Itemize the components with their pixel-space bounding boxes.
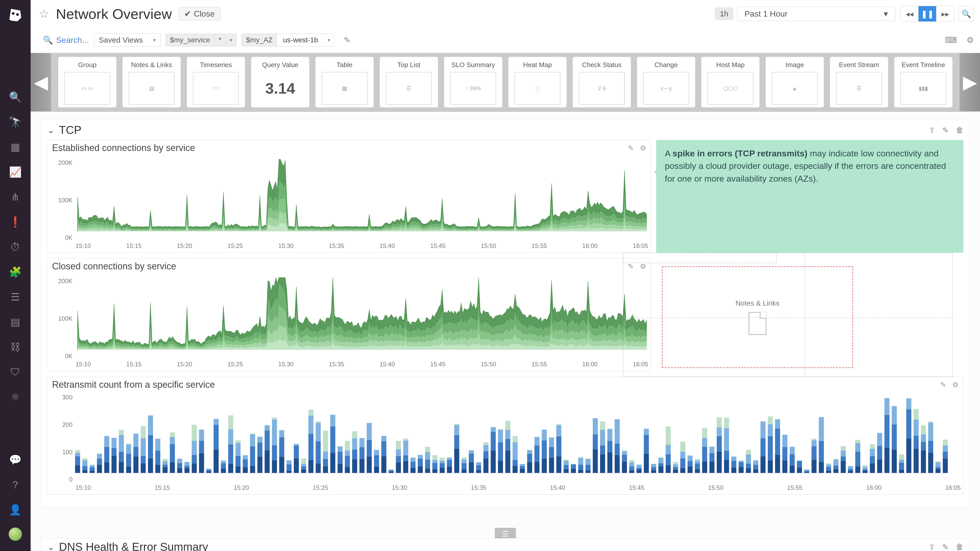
palette-table[interactable]: Table▦ — [315, 57, 374, 108]
pencil-icon[interactable]: ✎ — [942, 126, 948, 135]
svg-rect-362 — [819, 441, 824, 462]
svg-rect-402 — [899, 462, 904, 469]
pencil-icon[interactable]: ✎ — [628, 262, 634, 271]
svg-rect-47 — [162, 465, 168, 467]
user-icon[interactable]: 👤 — [8, 503, 22, 517]
svg-rect-39 — [141, 426, 146, 438]
palette-item-label: Top List — [397, 61, 420, 69]
alert-icon[interactable]: ❗ — [8, 215, 22, 229]
svg-rect-323 — [732, 461, 737, 468]
ytick: 0K — [49, 353, 73, 360]
palette-heatmap[interactable]: Heat Map░ — [508, 57, 567, 108]
svg-rect-398 — [892, 449, 897, 473]
palette-queryvalue[interactable]: Query Value3.14 — [251, 57, 310, 108]
saved-views-dropdown[interactable]: Saved Views ▾ — [94, 33, 161, 47]
atom-icon[interactable]: ⚛ — [8, 390, 22, 404]
svg-rect-245 — [578, 465, 584, 470]
close-button[interactable]: ✔ Close — [178, 7, 221, 21]
export-icon[interactable]: ⇪ — [929, 126, 935, 135]
star-icon[interactable]: ☆ — [39, 7, 49, 21]
palette-timeseries[interactable]: Timeseries〰︎ — [186, 57, 245, 108]
time-back-button[interactable]: ◂◂ — [900, 6, 918, 21]
palette-notes[interactable]: Notes & Links▤ — [122, 57, 181, 108]
palette-scroll-right[interactable]: ▶ — [959, 53, 980, 111]
svg-rect-120 — [316, 441, 321, 464]
palette-image[interactable]: Image▲ — [765, 57, 824, 108]
pencil-icon[interactable]: ✎ — [940, 381, 946, 389]
binoculars-icon[interactable]: 🔭 — [8, 115, 22, 129]
zoom-button[interactable]: 🔍 — [959, 6, 974, 21]
shield-icon[interactable]: 🛡 — [8, 365, 22, 379]
trash-icon[interactable]: 🗑 — [956, 543, 963, 551]
svg-rect-238 — [563, 465, 569, 469]
svg-rect-243 — [571, 464, 576, 465]
palette-group[interactable]: Group▭ ▭ — [58, 57, 117, 108]
puzzle-icon[interactable]: 🧩 — [8, 265, 22, 279]
gear-icon[interactable]: ⚙ — [640, 144, 646, 152]
list-icon[interactable]: ☰ — [8, 290, 22, 304]
palette-checkstatus[interactable]: Check Status2 9 — [573, 57, 631, 108]
svg-rect-314 — [717, 451, 722, 473]
svg-rect-384 — [862, 470, 868, 473]
time-quick-chip[interactable]: 1h — [715, 7, 733, 20]
gear-icon[interactable]: ⚙ — [952, 381, 959, 389]
search-icon[interactable]: 🔍 — [8, 90, 22, 104]
avatar[interactable] — [9, 527, 22, 541]
svg-rect-285 — [659, 458, 663, 463]
gear-icon[interactable]: ⚙ — [966, 35, 974, 45]
pencil-icon[interactable]: ✎ — [344, 35, 351, 45]
chevron-down-icon[interactable]: ⌄ — [47, 542, 54, 551]
svg-rect-421 — [935, 467, 941, 469]
collapse-handle-icon[interactable]: ☰ — [495, 528, 516, 538]
book-icon[interactable]: ▤ — [8, 315, 22, 329]
time-range-dropdown[interactable]: Past 1 Hour ▾ — [737, 6, 895, 21]
svg-rect-374 — [841, 451, 846, 456]
svg-rect-424 — [943, 458, 948, 473]
svg-rect-55 — [177, 463, 182, 468]
gauge-icon[interactable]: ⏱ — [8, 240, 22, 254]
var-az-selector[interactable]: $my_AZ us-west-1b ▾ — [242, 34, 334, 46]
svg-rect-407 — [906, 399, 912, 410]
svg-rect-4 — [75, 456, 80, 465]
drop-target-notes[interactable]: Notes & Links — [662, 266, 853, 368]
svg-rect-41 — [148, 435, 153, 458]
nodes-icon[interactable]: ⋔ — [8, 190, 22, 204]
infra-icon[interactable]: ⛓ — [8, 340, 22, 354]
dashboard-icon[interactable]: ▦ — [8, 140, 22, 154]
time-forward-button[interactable]: ▸▸ — [936, 6, 954, 21]
keyboard-icon[interactable]: ⌨ — [945, 35, 957, 45]
palette-eventtimeline[interactable]: Event Timeline▮▮▮ — [894, 57, 953, 108]
svg-rect-205 — [491, 432, 496, 451]
svg-rect-425 — [943, 451, 948, 458]
svg-rect-207 — [498, 461, 503, 473]
svg-rect-312 — [710, 453, 714, 462]
palette-toplist[interactable]: Top List☰ — [380, 57, 438, 108]
svg-rect-153 — [389, 472, 394, 473]
palette-change[interactable]: Changex↔y — [637, 57, 695, 108]
var-service-selector[interactable]: $my_service * ▾ — [165, 34, 237, 46]
export-icon[interactable]: ⇪ — [929, 543, 935, 551]
area-chart-icon[interactable]: 📈 — [8, 165, 22, 179]
chevron-down-icon[interactable]: ⌄ — [47, 125, 54, 135]
palette-hostmap[interactable]: Host Map⬡⬡⬡ — [701, 57, 760, 108]
help-icon[interactable]: ？ — [8, 478, 22, 492]
pencil-icon[interactable]: ✎ — [628, 144, 634, 152]
svg-rect-331 — [746, 450, 751, 454]
svg-rect-66 — [199, 430, 204, 441]
svg-rect-147 — [374, 467, 379, 473]
gear-icon[interactable]: ⚙ — [640, 262, 646, 271]
palette-slo[interactable]: SLO Summary↑ 99% — [444, 57, 503, 108]
svg-rect-199 — [476, 462, 481, 465]
logo-datadog[interactable] — [6, 5, 25, 24]
pencil-icon[interactable]: ✎ — [942, 543, 948, 551]
palette-eventstream[interactable]: Event Stream☰ — [830, 57, 888, 108]
svg-rect-162 — [403, 441, 408, 455]
trash-icon[interactable]: 🗑 — [956, 126, 963, 135]
time-pause-button[interactable]: ❚❚ — [918, 6, 936, 21]
chat-icon[interactable]: 💬 — [8, 453, 22, 467]
svg-rect-352 — [797, 461, 802, 467]
svg-rect-184 — [447, 460, 452, 467]
dashboard-content: ⌄ TCP ⇪ ✎ 🗑 Established connections by s… — [30, 112, 980, 551]
palette-scroll-left[interactable]: ◀ — [30, 53, 51, 111]
search-trigger[interactable]: 🔍 Search... — [43, 35, 89, 45]
